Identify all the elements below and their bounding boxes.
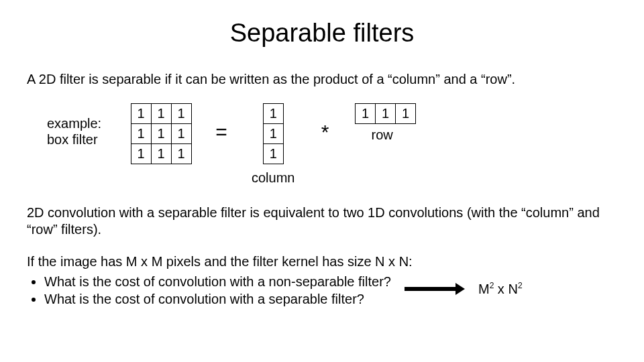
separable-diagram: example: box filter 1 1 1 1 1 1 1 1 1 = … [47, 103, 617, 186]
column-vector-block: 1 1 1 column [252, 103, 294, 186]
equals-sign: = [211, 103, 231, 143]
example-label-line1: example: [47, 116, 101, 131]
row-vector: 1 1 1 [355, 103, 415, 123]
star-operator: * [315, 103, 335, 143]
question-bullets: What is the cost of convolution with a n… [27, 273, 391, 308]
question-intro: If the image has M x M pixels and the fi… [27, 253, 617, 270]
col-cell: 1 [263, 123, 284, 144]
box-cell: 1 [131, 123, 152, 144]
question-2: What is the cost of convolution with a s… [44, 290, 391, 308]
arrow-icon [405, 284, 465, 294]
box-cell: 1 [171, 143, 192, 164]
box-cell: 1 [131, 103, 152, 124]
slide: Separable filters A 2D filter is separab… [0, 0, 644, 362]
box-cell: 1 [151, 143, 172, 164]
example-label-line2: box filter [47, 132, 98, 147]
col-cell: 1 [263, 143, 284, 164]
box-cell: 1 [131, 143, 152, 164]
example-label: example: box filter [47, 103, 111, 147]
equivalence-paragraph: 2D convolution with a separable filter i… [27, 204, 617, 238]
cost-answer: M2 x N2 [478, 280, 523, 298]
row-cell: 1 [375, 103, 396, 124]
cost-n: N [508, 282, 517, 296]
arrow-head [455, 283, 465, 295]
row-cell: 1 [355, 103, 376, 124]
question-1: What is the cost of convolution with a n… [44, 273, 391, 290]
row-caption: row [371, 127, 392, 143]
box-cell: 1 [171, 123, 192, 144]
question-row-1: What is the cost of convolution with a n… [27, 270, 617, 308]
slide-title: Separable filters [27, 19, 617, 48]
box-cell: 1 [171, 103, 192, 124]
arrow-shaft [405, 287, 457, 291]
cost-m: M [478, 282, 490, 296]
box-cell: 1 [151, 103, 172, 124]
box-cell: 1 [151, 123, 172, 144]
box-filter-matrix: 1 1 1 1 1 1 1 1 1 [131, 103, 191, 164]
cost-times: x [494, 282, 508, 296]
intro-text: A 2D filter is separable if it can be wr… [27, 72, 617, 87]
cost-questions: If the image has M x M pixels and the fi… [27, 253, 617, 308]
column-caption: column [252, 170, 294, 186]
cost-sup: 2 [518, 281, 523, 290]
col-cell: 1 [263, 103, 284, 124]
column-vector: 1 1 1 [263, 103, 283, 164]
row-vector-block: 1 1 1 row [355, 103, 415, 143]
row-cell: 1 [395, 103, 416, 124]
